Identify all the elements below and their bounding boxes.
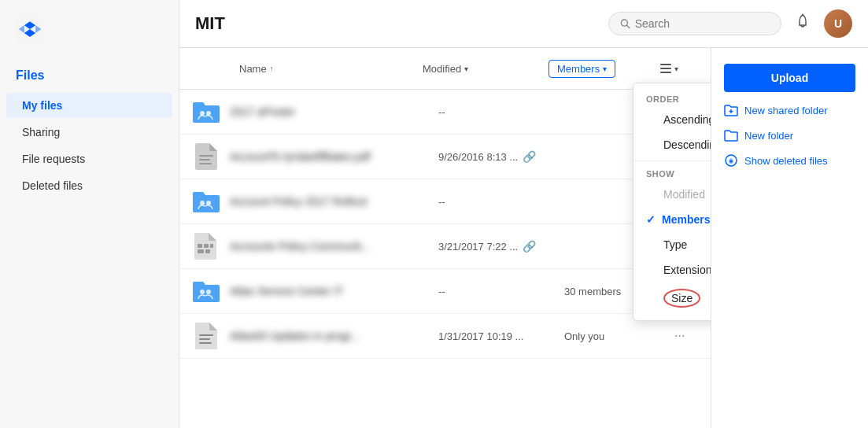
file-actions: ···: [674, 329, 698, 343]
new-shared-folder-link[interactable]: New shared folder: [724, 103, 855, 117]
file-modified: --: [438, 286, 564, 297]
header: MIT U: [179, 0, 868, 48]
order-section-label: ORDER: [633, 90, 711, 107]
content-area: Name ↑ Modified ▾ Members ▾: [179, 48, 868, 428]
pdf-file-icon: [195, 143, 217, 170]
modified-arrow-icon: ▾: [464, 65, 468, 73]
right-panel: Upload New shared folder New folder: [711, 48, 868, 428]
folder-icon: [192, 98, 220, 126]
sidebar-item-my-files[interactable]: My files: [6, 93, 172, 118]
search-icon: [620, 18, 630, 29]
svg-point-13: [206, 201, 211, 205]
dropbox-logo-icon: [16, 16, 44, 44]
svg-rect-21: [199, 334, 213, 336]
icon-spacer: [192, 54, 230, 83]
table-row: AccountTo lyndaAffiliates.pdf 9/26/2016 …: [179, 135, 711, 179]
new-shared-folder-icon: [724, 103, 738, 117]
members-dropdown: ORDER Ascending Descending SHOW Modified…: [633, 83, 711, 321]
dropdown-item-size[interactable]: Size: [633, 282, 711, 314]
table-row: Atlas00 Updates in progr... 1/31/2017 10…: [179, 314, 711, 359]
file-name[interactable]: Account Policy 2017 Rollout: [230, 195, 438, 208]
search-bar[interactable]: [608, 12, 781, 35]
upload-button[interactable]: Upload: [724, 64, 855, 92]
sidebar: Files My files Sharing File requests Del…: [0, 0, 179, 428]
col-view-header: ▾: [659, 61, 698, 76]
file-name[interactable]: AccountTo lyndaAffiliates.pdf: [230, 150, 438, 163]
view-toggle-button[interactable]: ▾: [659, 61, 678, 76]
dropdown-item-modified[interactable]: Modified: [633, 182, 711, 207]
folder-icon: [192, 187, 220, 216]
file-name[interactable]: 2017 aPoster: [230, 105, 438, 118]
page-title: MIT: [195, 13, 225, 34]
file-name[interactable]: Accounts Policy Communit...: [230, 240, 438, 253]
file-name[interactable]: Atlas00 Updates in progr...: [230, 330, 438, 342]
members-chevron-icon: ▾: [603, 65, 607, 73]
check-icon: ✓: [646, 213, 656, 226]
dropdown-item-type[interactable]: Type: [633, 232, 711, 257]
file-section: Name ↑ Modified ▾ Members ▾: [179, 48, 711, 428]
sidebar-item-deleted-files[interactable]: Deleted files: [6, 173, 172, 198]
file-icon: [192, 322, 220, 350]
file-name[interactable]: Atlas Service Center IT: [230, 285, 438, 297]
new-folder-icon: [724, 128, 738, 142]
file-modified: --: [438, 196, 564, 208]
svg-point-8: [206, 111, 211, 116]
table-row: Account Policy 2017 Rollout --: [179, 179, 711, 224]
dropdown-item-ascending[interactable]: Ascending: [633, 107, 711, 132]
svg-rect-16: [210, 244, 213, 248]
svg-rect-5: [660, 68, 671, 69]
col-members-header: Members ▾: [549, 60, 659, 78]
svg-line-2: [627, 25, 630, 28]
svg-rect-17: [198, 249, 204, 253]
sidebar-item-file-requests[interactable]: File requests: [6, 146, 172, 172]
view-chevron-icon: ▾: [674, 65, 678, 73]
show-deleted-icon: [724, 153, 738, 168]
more-actions-button[interactable]: ···: [674, 329, 685, 343]
link-icon: 🔗: [523, 150, 536, 163]
dropdown-item-extension[interactable]: Extension: [633, 257, 711, 282]
table-row: Accounts Policy Communit... 3/21/2017 7:…: [179, 224, 711, 269]
show-deleted-files-link[interactable]: Show deleted files: [724, 153, 855, 168]
search-input[interactable]: [635, 17, 770, 30]
svg-rect-18: [205, 249, 210, 253]
file-icon: [192, 142, 220, 171]
sort-arrow-icon: ↑: [270, 65, 274, 73]
blue-folder-people-icon: [193, 190, 220, 212]
user-avatar[interactable]: U: [824, 9, 852, 38]
new-folder-link[interactable]: New folder: [724, 128, 855, 142]
file-modified: 1/31/2017 10:19 ...: [438, 330, 564, 342]
table-row: Atlas Service Center IT -- 30 members ··…: [179, 269, 711, 314]
sidebar-files-label: Files: [0, 62, 179, 92]
svg-rect-9: [199, 155, 213, 157]
dropdown-item-members[interactable]: ✓ Members: [633, 207, 711, 232]
svg-rect-22: [199, 338, 210, 340]
svg-point-12: [200, 201, 205, 205]
svg-rect-14: [198, 244, 202, 248]
svg-rect-15: [204, 244, 209, 248]
grid-file-icon: [194, 233, 218, 260]
svg-point-7: [200, 111, 205, 116]
file-modified: 9/26/2016 8:13 ... 🔗: [438, 150, 564, 163]
svg-point-19: [200, 290, 205, 294]
dropdown-item-descending[interactable]: Descending: [633, 132, 711, 157]
folder-icon: [192, 277, 220, 305]
file-icon: [192, 232, 220, 260]
svg-rect-10: [199, 159, 210, 160]
svg-rect-11: [199, 163, 212, 164]
text-file-icon: [195, 323, 217, 349]
notifications-button[interactable]: [794, 13, 811, 35]
logo-area: [0, 16, 179, 62]
members-dropdown-button[interactable]: Members ▾: [549, 60, 615, 78]
col-modified-header[interactable]: Modified ▾: [423, 63, 549, 75]
svg-point-27: [730, 160, 733, 163]
col-name-header[interactable]: Name ↑: [239, 63, 423, 75]
table-row: 2017 aPoster --: [179, 90, 711, 135]
file-members: Only you: [564, 330, 674, 342]
show-section-label: SHOW: [633, 164, 711, 182]
svg-rect-23: [199, 342, 212, 344]
list-view-icon: [659, 61, 673, 76]
dropdown-divider: [633, 160, 711, 161]
sidebar-item-sharing[interactable]: Sharing: [6, 120, 172, 145]
svg-rect-6: [660, 72, 671, 73]
header-right: U: [608, 9, 852, 38]
